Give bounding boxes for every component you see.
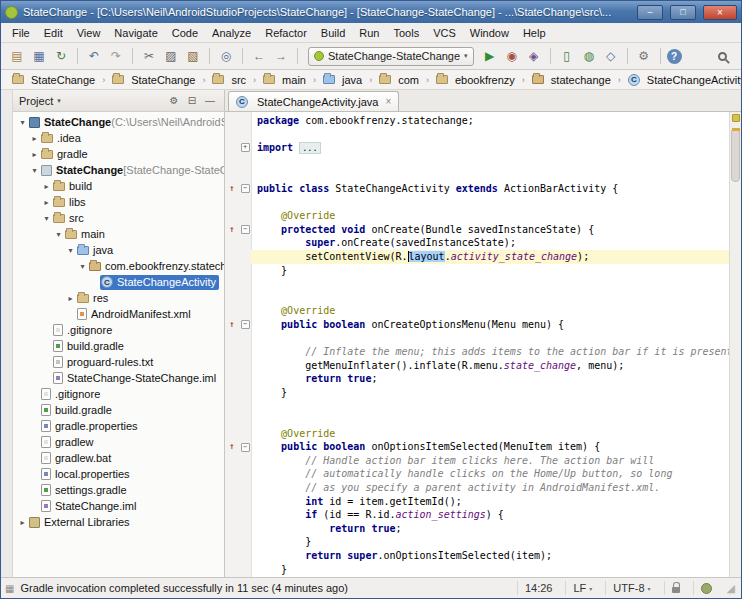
code-line-2[interactable] bbox=[225, 128, 729, 142]
code-line-6[interactable]: ↑−public class StateChangeActivity exten… bbox=[225, 182, 729, 196]
breadcrumb-main[interactable]: main bbox=[260, 73, 309, 87]
tree-item-libs[interactable]: ▸libs bbox=[13, 194, 224, 210]
code-line-3[interactable]: +import ... bbox=[225, 141, 729, 155]
help-icon[interactable]: ? bbox=[667, 49, 682, 64]
tree-item-statechange[interactable]: ▾StateChange (C:\Users\Neil\AndroidStudi… bbox=[13, 114, 224, 130]
code-line-19[interactable]: getMenuInflater().inflate(R.menu.state_c… bbox=[225, 359, 729, 373]
menu-view[interactable]: View bbox=[70, 25, 108, 41]
project-view-select[interactable]: Project bbox=[19, 95, 53, 107]
line-ending-select[interactable]: LF▾ bbox=[565, 581, 599, 595]
tree-item--idea[interactable]: ▸.idea bbox=[13, 130, 224, 146]
breadcrumb-ebookfrenzy[interactable]: ebookfrenzy bbox=[433, 73, 518, 87]
fold-plus-icon[interactable]: + bbox=[239, 141, 251, 155]
forward-icon[interactable]: → bbox=[271, 46, 291, 66]
tree-item-java[interactable]: ▾java bbox=[13, 242, 224, 258]
fold-minus-icon[interactable]: − bbox=[239, 182, 251, 196]
menu-file[interactable]: File bbox=[5, 25, 37, 41]
code-line-21[interactable]: } bbox=[225, 386, 729, 400]
cut-icon[interactable]: ✂ bbox=[139, 46, 159, 66]
close-button[interactable]: × bbox=[703, 5, 737, 20]
encoding-select[interactable]: UTF-8▾ bbox=[605, 581, 657, 595]
tree-item-statechange-iml[interactable]: StateChange.iml bbox=[13, 498, 224, 514]
tree-item-proguard-rules-txt[interactable]: proguard-rules.txt bbox=[13, 354, 224, 370]
code-line-4[interactable] bbox=[225, 155, 729, 169]
inspection-status-icon[interactable] bbox=[732, 114, 740, 122]
highlighting-level[interactable] bbox=[693, 581, 719, 595]
settings-icon[interactable]: ⚙ bbox=[166, 93, 182, 109]
run-configuration-select[interactable]: StateChange-StateChange▾ bbox=[308, 47, 474, 66]
code-line-11[interactable]: setContentView(R.layout.activity_state_c… bbox=[225, 250, 729, 264]
code-line-22[interactable] bbox=[225, 399, 729, 413]
code-line-24[interactable]: @Override bbox=[225, 427, 729, 441]
redo-icon[interactable]: ↷ bbox=[106, 46, 126, 66]
collapse-all-icon[interactable]: ⊟ bbox=[184, 93, 200, 109]
minimize-button[interactable]: – bbox=[637, 5, 663, 20]
run-icon[interactable]: ▶ bbox=[480, 46, 500, 66]
menu-help[interactable]: Help bbox=[516, 25, 553, 41]
menu-build[interactable]: Build bbox=[314, 25, 352, 41]
undo-icon[interactable]: ↶ bbox=[84, 46, 104, 66]
code-line-31[interactable]: return true; bbox=[225, 522, 729, 536]
tree-item--gitignore[interactable]: .gitignore bbox=[13, 386, 224, 402]
run-with-coverage-icon[interactable]: ◈ bbox=[524, 46, 544, 66]
breadcrumb-statechange[interactable]: StateChange bbox=[109, 73, 198, 87]
synchronize-icon[interactable]: ↻ bbox=[51, 46, 71, 66]
code-line-9[interactable]: ↑− protected void onCreate(Bundle savedI… bbox=[225, 223, 729, 237]
menu-edit[interactable]: Edit bbox=[37, 25, 70, 41]
code-line-25[interactable]: ↑− public boolean onOptionsItemSelected(… bbox=[225, 440, 729, 454]
breadcrumb-statechange[interactable]: statechange bbox=[529, 73, 614, 87]
tree-item--gitignore[interactable]: .gitignore bbox=[13, 322, 224, 338]
tree-item-external-libraries[interactable]: ▸External Libraries bbox=[13, 514, 224, 530]
tree-item-build-gradle[interactable]: build.gradle bbox=[13, 402, 224, 418]
code-line-5[interactable] bbox=[225, 168, 729, 182]
code-line-28[interactable]: // as you specify a parent activity in A… bbox=[225, 481, 729, 495]
code-line-33[interactable]: return super.onOptionsItemSelected(item)… bbox=[225, 549, 729, 563]
code-line-1[interactable]: package com.ebookfrenzy.statechange; bbox=[225, 114, 729, 128]
tree-item-gradle[interactable]: ▸gradle bbox=[13, 146, 224, 162]
tree-item-build[interactable]: ▸build bbox=[13, 178, 224, 194]
code-line-34[interactable]: } bbox=[225, 563, 729, 577]
tree-item-androidmanifest-xml[interactable]: AndroidManifest.xml bbox=[13, 306, 224, 322]
tree-item-statechange-statechange-iml[interactable]: StateChange-StateChange.iml bbox=[13, 370, 224, 386]
tree-item-main[interactable]: ▾main bbox=[13, 226, 224, 242]
code-line-30[interactable]: if (id == R.id.action_settings) { bbox=[225, 508, 729, 522]
tree-item-res[interactable]: ▸res bbox=[13, 290, 224, 306]
menu-code[interactable]: Code bbox=[165, 25, 205, 41]
open-project-icon[interactable]: ▤ bbox=[7, 46, 27, 66]
paste-icon[interactable]: ▧ bbox=[183, 46, 203, 66]
menu-navigate[interactable]: Navigate bbox=[107, 25, 164, 41]
code-lines[interactable]: package com.ebookfrenzy.statechange; +im… bbox=[225, 112, 729, 577]
tree-item-src[interactable]: ▾src bbox=[13, 210, 224, 226]
code-line-15[interactable]: @Override bbox=[225, 304, 729, 318]
breadcrumb-java[interactable]: java bbox=[320, 73, 365, 87]
tree-item-statechangeactivity[interactable]: CStateChangeActivity bbox=[13, 274, 224, 290]
search-everywhere-icon[interactable] bbox=[718, 52, 727, 61]
tab-statechangeactivity-java[interactable]: C StateChangeActivity.java × bbox=[228, 91, 399, 111]
code-line-7[interactable] bbox=[225, 196, 729, 210]
title-bar[interactable]: StateChange - [C:\Users\Neil\AndroidStud… bbox=[1, 1, 741, 23]
find-icon[interactable]: ◎ bbox=[216, 46, 236, 66]
breadcrumb-statechange[interactable]: StateChange bbox=[9, 73, 98, 87]
code-line-20[interactable]: return true; bbox=[225, 372, 729, 386]
code-line-16[interactable]: ↑− public boolean onCreateOptionsMenu(Me… bbox=[225, 318, 729, 332]
menu-refactor[interactable]: Refactor bbox=[258, 25, 314, 41]
back-icon[interactable]: ← bbox=[249, 46, 269, 66]
code-line-27[interactable]: // automatically handle clicks on the Ho… bbox=[225, 467, 729, 481]
menu-analyze[interactable]: Analyze bbox=[205, 25, 258, 41]
settings-icon[interactable]: ⚙ bbox=[634, 46, 654, 66]
debug-icon[interactable]: ◉ bbox=[502, 46, 522, 66]
code-line-10[interactable]: super.onCreate(savedInstanceState); bbox=[225, 236, 729, 250]
code-line-13[interactable] bbox=[225, 277, 729, 291]
hide-panel-icon[interactable]: — bbox=[202, 93, 218, 109]
readonly-toggle[interactable] bbox=[664, 581, 687, 595]
menu-tools[interactable]: Tools bbox=[386, 25, 426, 41]
copy-icon[interactable]: ▨ bbox=[161, 46, 181, 66]
breadcrumb-statechangeactivity[interactable]: CStateChangeActivity bbox=[625, 73, 741, 87]
gradle-sync-icon[interactable]: ◇ bbox=[601, 46, 621, 66]
menu-window[interactable]: Window bbox=[463, 25, 516, 41]
breadcrumb-com[interactable]: com bbox=[376, 73, 422, 87]
code-line-32[interactable]: } bbox=[225, 535, 729, 549]
code-line-18[interactable]: // Inflate the menu; this adds items to … bbox=[225, 345, 729, 359]
maximize-button[interactable]: □ bbox=[670, 5, 696, 20]
warning-stripe-mark[interactable] bbox=[732, 128, 740, 131]
